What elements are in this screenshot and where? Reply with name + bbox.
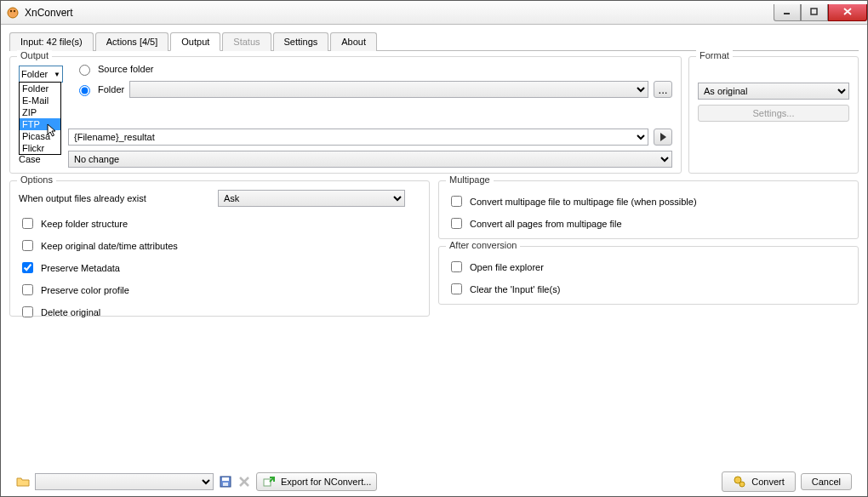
options-group-title: Options <box>17 174 56 185</box>
filename-select[interactable]: {Filename}_resultat <box>68 129 648 146</box>
dropdown-item-email[interactable]: E-Mail <box>20 94 60 106</box>
tab-output[interactable]: Output <box>170 32 220 51</box>
preserve-meta-checkbox[interactable] <box>22 262 33 273</box>
window-title: XnConvert <box>25 7 73 19</box>
keep-folder-checkbox[interactable] <box>22 218 33 229</box>
output-type-select[interactable]: Folder ▼ <box>19 66 63 83</box>
open-explorer-checkbox[interactable] <box>451 261 462 272</box>
tab-about[interactable]: About <box>330 32 377 51</box>
clear-input-checkbox[interactable] <box>451 283 462 294</box>
titlebar: XnConvert <box>1 1 867 25</box>
tab-actions[interactable]: Actions [4/5] <box>95 32 169 51</box>
convert-mp-label: Convert multipage file to multipage file… <box>470 197 697 207</box>
svg-point-1 <box>10 9 12 11</box>
gears-icon <box>733 475 746 488</box>
output-type-value: Folder <box>21 69 48 79</box>
svg-point-0 <box>8 8 18 18</box>
output-group-title: Output <box>17 50 52 60</box>
tab-settings[interactable]: Settings <box>273 32 329 51</box>
app-window: XnConvert Input: 42 file(s) Actions [4/5… <box>0 0 868 497</box>
folder-radio[interactable] <box>79 85 90 96</box>
convert-mp-checkbox[interactable] <box>451 196 462 207</box>
preserve-color-label: Preserve color profile <box>41 285 129 295</box>
chevron-down-icon: ▼ <box>54 71 60 78</box>
keep-folder-label: Keep folder structure <box>41 219 128 229</box>
keep-date-checkbox[interactable] <box>22 240 33 251</box>
options-group: Options When output files already exist … <box>9 180 430 317</box>
open-folder-icon[interactable] <box>16 475 30 488</box>
format-settings-button[interactable]: Settings... <box>698 105 849 122</box>
after-group: After conversion Open file explorer Clea… <box>438 246 859 305</box>
window-controls <box>774 4 867 21</box>
svg-point-14 <box>740 482 745 487</box>
maximize-button[interactable] <box>801 4 828 21</box>
convert-all-label: Convert all pages from multipage file <box>470 219 622 229</box>
footer-bar: Export for NConvert... Convert Cancel <box>9 467 859 496</box>
browse-button[interactable]: ... <box>654 81 672 98</box>
export-nconvert-button[interactable]: Export for NConvert... <box>256 472 377 491</box>
case-select[interactable]: No change <box>68 151 672 168</box>
cancel-button[interactable]: Cancel <box>801 473 852 490</box>
svg-point-2 <box>14 9 15 11</box>
app-icon <box>6 6 20 20</box>
preserve-color-checkbox[interactable] <box>22 284 33 295</box>
dropdown-item-picasa[interactable]: Picasa <box>20 130 60 142</box>
svg-rect-8 <box>222 477 229 481</box>
exist-select[interactable]: Ask <box>218 190 405 207</box>
folder-label: Folder <box>98 84 124 94</box>
svg-rect-12 <box>264 479 271 486</box>
play-icon <box>660 133 666 141</box>
source-folder-label: Source folder <box>98 64 153 74</box>
close-button[interactable] <box>828 4 867 21</box>
dropdown-item-folder[interactable]: Folder <box>20 83 60 94</box>
keep-date-label: Keep original date/time attributes <box>41 241 178 251</box>
dropdown-item-flickr[interactable]: Flickr <box>20 142 60 154</box>
export-icon <box>262 475 276 488</box>
tab-status[interactable]: Status <box>222 32 271 51</box>
dropdown-item-zip[interactable]: ZIP <box>20 106 60 118</box>
output-type-dropdown: Folder E-Mail ZIP FTP Picasa Flickr <box>19 82 61 155</box>
folder-path-select[interactable] <box>129 81 648 98</box>
format-select[interactable]: As original <box>698 83 849 100</box>
multipage-group: Multipage Convert multipage file to mult… <box>438 180 859 239</box>
delete-original-checkbox[interactable] <box>22 306 33 317</box>
after-group-title: After conversion <box>446 240 520 250</box>
tab-bar: Input: 42 file(s) Actions [4/5] Output S… <box>9 31 859 51</box>
format-group: Format As original Settings... <box>688 56 859 174</box>
source-folder-radio[interactable] <box>79 65 90 76</box>
svg-rect-9 <box>223 483 228 486</box>
tab-input[interactable]: Input: 42 file(s) <box>9 32 94 51</box>
preset-select[interactable] <box>35 473 214 490</box>
convert-all-checkbox[interactable] <box>451 218 462 229</box>
exist-label: When output files already exist <box>19 193 213 203</box>
clear-input-label: Clear the 'Input' file(s) <box>470 284 560 294</box>
delete-original-label: Delete original <box>41 307 100 317</box>
multipage-group-title: Multipage <box>446 174 494 185</box>
convert-button[interactable]: Convert <box>722 471 796 492</box>
open-explorer-label: Open file explorer <box>470 262 544 272</box>
output-group: Output Folder ▼ Folder E-Mail ZIP FTP <box>9 56 682 174</box>
save-icon[interactable] <box>219 475 232 488</box>
content-area: Input: 42 file(s) Actions [4/5] Output S… <box>1 25 867 496</box>
minimize-button[interactable] <box>774 4 801 21</box>
svg-rect-4 <box>811 9 817 14</box>
delete-icon[interactable] <box>237 475 251 488</box>
dropdown-item-ftp[interactable]: FTP <box>20 118 60 130</box>
format-group-title: Format <box>696 50 733 60</box>
filename-play-button[interactable] <box>654 129 672 146</box>
preserve-meta-label: Preserve Metadata <box>41 263 120 273</box>
case-label: Case <box>19 154 63 164</box>
